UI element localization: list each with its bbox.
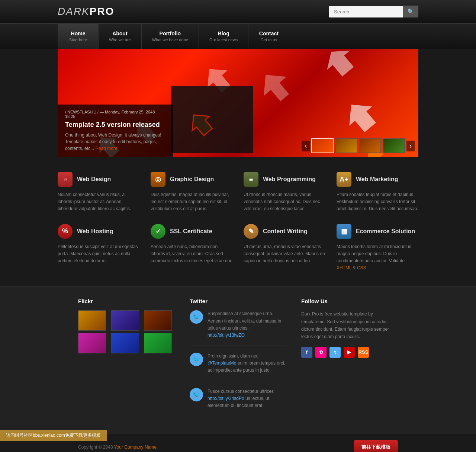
search-box: 🔍 — [329, 6, 418, 17]
flickr-image-5[interactable] — [111, 333, 139, 353]
nav-sublabel-home: Start here — [68, 38, 88, 42]
slider-next-button[interactable]: › — [406, 141, 415, 151]
feature-header-web-programming: ≡ Web Programming — [244, 172, 325, 187]
twitter-bird-icon-1: 🐦 — [190, 310, 203, 324]
flickr-image-1[interactable] — [78, 310, 106, 331]
feature-title-graphic-design: Graphic Design — [170, 176, 214, 183]
slide-thumb-3[interactable] — [359, 138, 381, 153]
slide-thumb-4[interactable] — [383, 138, 405, 153]
svg-marker-2 — [199, 61, 236, 97]
css-link[interactable]: CSS — [357, 265, 366, 270]
hero-slider: / NEWSFLASH 1 / — Monday, February 25, 2… — [58, 49, 418, 157]
feature-header-graphic-design: ◎ Graphic Design — [151, 172, 232, 187]
slide-thumb-1[interactable] — [311, 138, 334, 153]
twitter-title: Twitter — [190, 298, 286, 304]
feature-desc-ssl: Aenean ante nunc, bibendum non lobortis … — [151, 243, 232, 265]
watermark: 访问叫号社区bbs.xienlao.com免费下载更多模板 — [0, 430, 107, 441]
search-input[interactable] — [329, 6, 403, 17]
flickr-image-6[interactable] — [144, 333, 172, 353]
feature-desc-web-hosting: Pellentesque suscipit velit at dui egest… — [58, 243, 139, 265]
slide-read-more-link[interactable]: Read more — [95, 146, 117, 151]
logo-dark: DARK — [58, 6, 90, 17]
nav-label-blog: Blog — [209, 31, 238, 36]
follow-section: Follow Us Dark Pro is free website templ… — [301, 298, 398, 423]
rss-icon[interactable]: RSS — [358, 347, 369, 358]
web-hosting-icon: % — [58, 224, 73, 239]
svg-marker-9 — [185, 108, 217, 140]
nav-sublabel-portfolio: What we have done — [152, 38, 188, 42]
tweet-link-1[interactable]: http://bit.ly/13IwZO — [208, 333, 245, 338]
nav-item-home[interactable]: Home Start here — [58, 24, 99, 49]
download-button[interactable]: 前往下载模板 — [354, 440, 398, 452]
tweet-2: 🐦 Proin dignissim, diam nec @TemplateMo … — [190, 353, 286, 381]
logo-pro: PRO — [90, 6, 115, 17]
slider-thumbnails: ‹ › — [302, 138, 415, 153]
svg-rect-8 — [171, 86, 253, 153]
youtube-icon[interactable]: ▶ — [344, 347, 355, 358]
web-design-icon: 15 — [58, 172, 73, 187]
feature-title-web-hosting: Web Hosting — [77, 228, 113, 235]
nav-item-contact[interactable]: Contact Get to us — [248, 24, 289, 49]
nav-sublabel-about: Who we are — [109, 38, 131, 42]
feature-desc-web-design: Nullam consectetur varius risus, a lobor… — [58, 191, 139, 213]
feature-header-web-design: 15 Web Design — [58, 172, 139, 187]
feature-web-marketing: A+ Web Marketing Etiam sodales feugiat t… — [337, 172, 418, 213]
main-nav: Home Start here About Who we are Portfol… — [0, 24, 476, 49]
feature-desc-content-writing: Ut metus urna, rhoncus vitae venenatis c… — [244, 243, 325, 265]
nav-label-contact: Contact — [259, 31, 279, 36]
header: DARK PRO 🔍 — [0, 0, 476, 24]
feature-title-ecommerce: Ecommerce Solution — [356, 228, 415, 235]
footer-top: Flickr Twitter 🐦 Suspendisse at sceleris… — [0, 286, 476, 434]
nav-item-blog[interactable]: Blog Our latest news — [199, 24, 248, 49]
newsflash-tag: / NEWSFLASH 1 / — Monday, February 25, 2… — [65, 110, 165, 119]
flickr-title: Flickr — [78, 298, 175, 304]
features-grid: 15 Web Design Nullam consectetur varius … — [37, 157, 439, 286]
slider-background: / NEWSFLASH 1 / — Monday, February 25, 2… — [58, 49, 418, 157]
slider-prev-button[interactable]: ‹ — [302, 141, 310, 151]
copyright: Copyright © 2048 Your Company Name — [78, 445, 157, 450]
tweet-text-2: Proin dignissim, diam nec @TemplateMo en… — [208, 353, 286, 374]
tweet-link-3[interactable]: http://bit.ly/34sdPo — [208, 396, 244, 401]
search-button[interactable]: 🔍 — [403, 6, 418, 17]
feature-web-design: 15 Web Design Nullam consectetur varius … — [58, 172, 139, 213]
feature-header-content-writing: ✎ Content Writing — [244, 224, 325, 239]
twitter-icon[interactable]: t — [329, 347, 341, 358]
feature-title-web-design: Web Design — [77, 176, 111, 183]
slide-thumb-2[interactable] — [335, 138, 357, 153]
ssl-icon: ✓ — [151, 224, 165, 239]
slider-caption: / NEWSFLASH 1 / — Monday, February 25, 2… — [58, 105, 173, 157]
twitter-bird-icon-2: 🐦 — [190, 353, 203, 366]
flickr-section: Flickr — [78, 298, 175, 423]
logo: DARK PRO — [58, 6, 114, 17]
graphic-design-icon: ◎ — [151, 172, 165, 187]
nav-label-home: Home — [68, 31, 88, 36]
tweet-3: 🐦 Fusce cursus consectetur ultrices http… — [190, 388, 286, 416]
nav-label-about: About — [109, 31, 131, 36]
nav-sublabel-blog: Our latest news — [209, 38, 238, 42]
flickr-grid — [78, 310, 175, 353]
feature-web-programming: ≡ Web Programming Ut rhoncus rhoncus mau… — [244, 172, 325, 213]
follow-title: Follow Us — [301, 298, 398, 304]
feature-header-web-hosting: % Web Hosting — [58, 224, 139, 239]
tweet-text-1: Suspendisse at scelerisque urna. Aenean … — [208, 310, 286, 339]
flickr-image-4[interactable] — [78, 333, 106, 353]
flickr-image-3[interactable] — [144, 310, 172, 331]
web-marketing-icon: A+ — [337, 172, 351, 187]
feature-desc-ecommerce: Mauris lobortis lorem at mi tincidunt id… — [337, 243, 418, 272]
slide-description: One thing about Web Design, it always ch… — [65, 132, 165, 152]
feature-title-ssl: SSL Certificate — [170, 228, 212, 235]
flickr-image-2[interactable] — [111, 310, 139, 331]
flickr-icon[interactable]: ✿ — [315, 347, 327, 358]
feature-web-hosting: % Web Hosting Pellentesque suscipit veli… — [58, 224, 139, 272]
company-link[interactable]: Your Company Name — [114, 445, 157, 450]
feature-header-ecommerce: ▦ Ecommerce Solution — [337, 224, 418, 239]
facebook-icon[interactable]: f — [301, 347, 312, 358]
svg-marker-6 — [185, 108, 217, 140]
slide-title: Template 2.5 version released — [65, 121, 165, 129]
feature-content-writing: ✎ Content Writing Ut metus urna, rhoncus… — [244, 224, 325, 272]
nav-item-about[interactable]: About Who we are — [99, 24, 142, 49]
feature-header-web-marketing: A+ Web Marketing — [337, 172, 418, 187]
xhtml-link[interactable]: XHTML — [337, 265, 351, 270]
feature-desc-web-marketing: Etiam sodales feugiat turpis et dapibus.… — [337, 191, 418, 213]
nav-item-portfolio[interactable]: Portfolio What we have done — [142, 24, 199, 49]
